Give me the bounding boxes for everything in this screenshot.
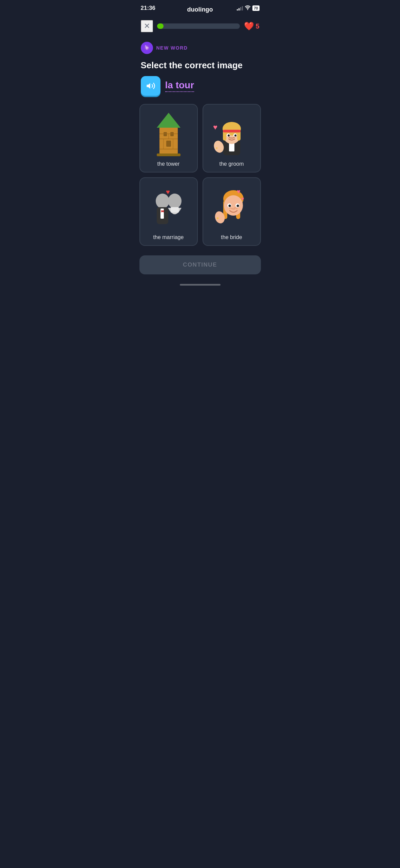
image-grid: the tower [134,104,266,246]
heart-count: 5 [255,22,259,30]
card-tower[interactable]: the tower [139,104,198,173]
new-word-label: NEW WORD [156,45,188,51]
word-text: la tour [165,80,194,92]
svg-text:♥: ♥ [166,188,170,196]
home-bar [180,284,221,286]
svg-text:♥: ♥ [237,188,241,195]
hearts-container: ❤️ 5 [244,21,259,31]
svg-rect-5 [170,132,174,136]
svg-rect-33 [160,209,164,219]
svg-marker-3 [157,113,180,128]
audio-button[interactable] [141,76,160,96]
groom-illustration: ♥ [210,110,254,158]
wifi-icon [245,5,250,11]
status-time: 21:36 [141,5,155,12]
badge-icon [141,42,153,54]
word-row: la tour [134,76,266,104]
progress-bar-fill [157,23,164,29]
new-word-badge: NEW WORD [134,39,266,57]
svg-rect-54 [217,217,218,219]
svg-point-31 [156,194,169,209]
svg-text:♥: ♥ [213,123,217,131]
heart-icon: ❤️ [244,21,254,31]
status-right: 70 [237,5,259,11]
svg-point-36 [161,211,163,212]
svg-rect-4 [164,132,167,136]
marriage-illustration: ♥ [147,183,191,231]
progress-bar [157,23,240,29]
svg-point-51 [236,205,239,207]
svg-point-27 [234,134,236,137]
svg-rect-23 [223,130,241,132]
svg-point-47 [236,208,237,209]
svg-point-50 [228,205,231,207]
svg-rect-13 [157,153,180,156]
svg-rect-6 [166,141,171,147]
close-button[interactable]: ✕ [141,20,153,32]
tower-label: the tower [157,161,180,167]
groom-label: the groom [219,161,244,167]
instruction-text: Select the correct image [134,57,266,76]
signal-icon [237,6,243,11]
svg-text:♥: ♥ [241,196,244,201]
svg-rect-29 [216,147,217,149]
home-indicator [134,281,266,290]
tower-illustration [147,110,191,158]
battery-icon: 70 [252,5,259,11]
card-groom[interactable]: ♥ the groom [203,104,261,173]
card-marriage[interactable]: ♥ the marriage [139,177,198,246]
card-bride[interactable]: ♥ ♥ the bride [203,177,261,246]
svg-point-37 [168,194,182,209]
svg-rect-38 [171,207,179,213]
marriage-label: the marriage [153,234,184,240]
continue-button[interactable]: CONTINUE [139,255,261,274]
bride-illustration: ♥ ♥ [210,183,254,231]
header-row: ✕ ❤️ 5 [134,16,266,36]
close-icon: ✕ [144,22,150,31]
bride-label: the bride [221,234,242,240]
svg-point-26 [228,134,230,137]
svg-point-52 [232,208,235,210]
